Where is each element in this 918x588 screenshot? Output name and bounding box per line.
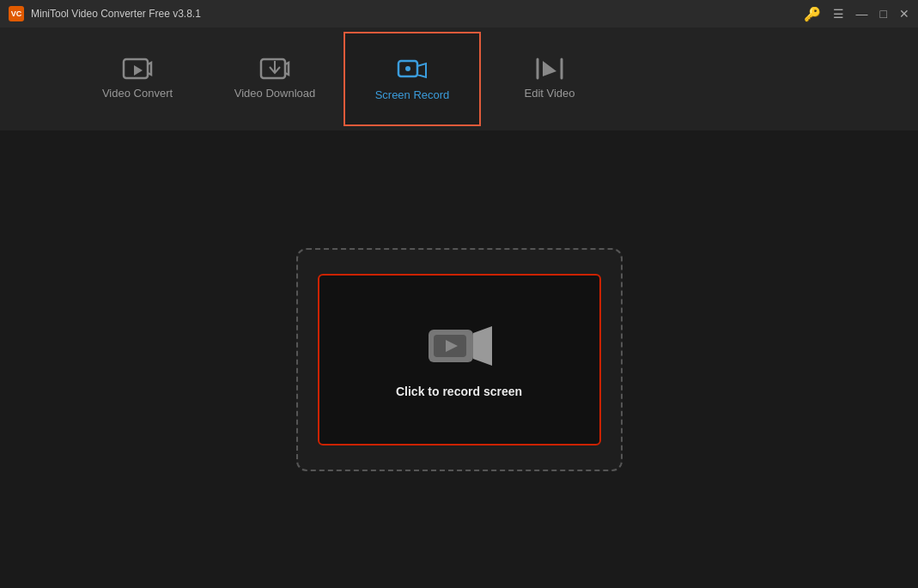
navigation-bar: Video Convert Video Download Screen Reco…: [0, 27, 918, 130]
nav-item-edit-video[interactable]: Edit Video: [481, 32, 618, 126]
app-title: MiniTool Video Converter Free v3.8.1: [31, 8, 201, 20]
nav-label-edit-video: Edit Video: [524, 87, 575, 100]
svg-point-4: [405, 66, 410, 71]
close-button[interactable]: ✕: [899, 7, 909, 21]
title-bar: VC MiniTool Video Converter Free v3.8.1 …: [0, 0, 918, 27]
svg-rect-1: [261, 59, 285, 78]
nav-label-video-download: Video Download: [234, 87, 315, 100]
screen-record-icon: [397, 58, 428, 83]
window-controls: 🔑 ☰ — □ ✕: [804, 6, 909, 22]
app-logo: VC: [9, 6, 24, 21]
video-convert-icon: [122, 56, 153, 82]
nav-label-video-convert: Video Convert: [102, 87, 173, 100]
nav-item-video-convert[interactable]: Video Convert: [69, 32, 206, 126]
minimize-button[interactable]: —: [856, 7, 868, 21]
title-bar-left: VC MiniTool Video Converter Free v3.8.1: [9, 6, 201, 21]
maximize-button[interactable]: □: [880, 7, 887, 21]
record-click-area[interactable]: Click to record screen: [318, 274, 601, 446]
svg-marker-8: [473, 326, 492, 366]
nav-item-screen-record[interactable]: Screen Record: [343, 32, 481, 126]
edit-video-icon: [534, 56, 565, 82]
nav-label-screen-record: Screen Record: [375, 88, 450, 101]
record-label: Click to record screen: [396, 385, 522, 398]
menu-icon[interactable]: ☰: [833, 7, 844, 21]
nav-item-video-download[interactable]: Video Download: [206, 32, 343, 126]
camera-record-icon: [425, 321, 494, 371]
record-outer-container: Click to record screen: [296, 248, 623, 471]
key-icon[interactable]: 🔑: [804, 6, 821, 22]
main-content: Click to record screen: [0, 130, 918, 588]
video-download-icon: [259, 56, 290, 82]
